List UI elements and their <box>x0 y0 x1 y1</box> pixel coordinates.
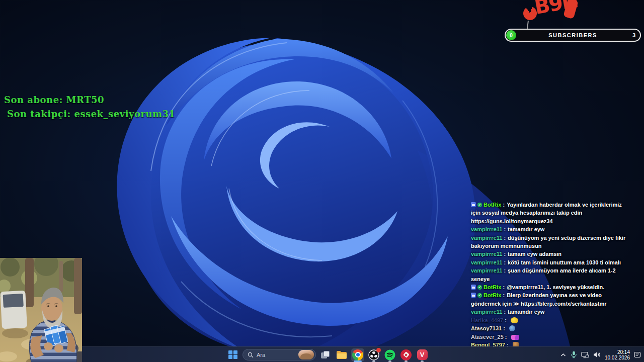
duck-emote <box>511 317 518 323</box>
bonk-graphic-wedge <box>523 7 537 20</box>
chat-username: vampirrre11 <box>471 259 502 265</box>
subscribers-goal-bar: 0 SUBSCRIBERS 3 <box>505 29 641 42</box>
subscribers-current-count: 0 <box>506 30 516 40</box>
clock-date: 10.02.2026 <box>605 355 630 360</box>
webcam-video-overlay <box>0 258 82 362</box>
search-icon <box>248 352 254 358</box>
verified-badge-icon <box>477 293 482 298</box>
chat-separator: : <box>504 259 506 265</box>
chat-username: vampirrre11 <box>471 267 502 274</box>
chat-username: BotRix <box>484 202 501 208</box>
vivaldi-icon: V <box>417 349 428 360</box>
chat-separator: : <box>505 317 507 323</box>
search-placeholder: Ara <box>257 352 295 358</box>
chat-username: BotRix <box>484 284 501 290</box>
start-button[interactable] <box>226 348 239 361</box>
chat-message: Harika_4497: <box>471 316 630 324</box>
chat-separator: : <box>503 284 505 290</box>
chat-separator: : <box>504 267 506 274</box>
chat-text: @vampirrre11, 1. seviyeye yükseldin. <box>507 284 604 290</box>
taskbar-center-group: Ara <box>226 347 429 362</box>
open-app-indicator <box>421 360 424 362</box>
chat-message: vampirrre11:şuan düşünmüyom ama ilerde a… <box>471 266 630 283</box>
vivaldi-button[interactable]: V <box>416 348 429 361</box>
chat-message: BotRix:Blerp üzerinden yayına ses ve vid… <box>471 291 630 308</box>
chat-message: vampirrre11:tamam eyw adamsın <box>471 250 630 258</box>
chat-separator: : <box>503 292 505 298</box>
chat-text: tamamdır eyw <box>508 309 544 315</box>
active-app-indicator <box>354 360 362 362</box>
taskbar-clock[interactable]: 20:14 10.02.2026 <box>605 349 630 360</box>
obs-studio-button[interactable] <box>367 348 380 361</box>
chrome-button[interactable] <box>351 348 364 361</box>
last-follower-label: Son takipçi: essek_seviyorum31 <box>7 109 176 119</box>
chat-overlay: BotRix:Yayınlardan haberdar olmak ve içe… <box>471 201 630 349</box>
clock-time: 20:14 <box>605 349 630 355</box>
verified-badge-icon <box>477 285 482 290</box>
windows-logo-icon <box>228 350 237 359</box>
hidden-icons-chevron[interactable] <box>560 352 567 357</box>
chat-username: vampirrre11 <box>471 309 502 315</box>
bot-badge-icon <box>471 285 476 290</box>
chat-separator: : <box>503 202 505 208</box>
subscribers-goal-count: 3 <box>632 32 635 38</box>
bot-badge-icon <box>471 293 476 298</box>
microphone-icon[interactable] <box>571 351 577 358</box>
chat-username: Harika_4497 <box>471 317 503 323</box>
chat-username: vampirrre11 <box>471 226 502 232</box>
search-input[interactable]: Ara <box>243 349 316 360</box>
chat-message: vampirrre11:tamamdır eyw <box>471 225 630 233</box>
chat-separator: : <box>503 325 505 331</box>
chat-separator: : <box>504 235 506 241</box>
open-app-indicator <box>405 360 408 362</box>
chat-message: BotRix:Yayınlardan haberdar olmak ve içe… <box>471 201 630 225</box>
chat-message: Atasoy7131: <box>471 324 630 332</box>
search-highlight-thumbnail[interactable] <box>298 350 314 359</box>
red-app-icon <box>400 349 412 360</box>
chat-message: Atasever_25: <box>471 333 630 341</box>
chat-username: Atasever_25 <box>471 334 504 340</box>
chat-message: vampirrre11:düşünüyom ya yeni setup dize… <box>471 234 630 250</box>
chat-text: tamam eyw adamsın <box>508 251 561 257</box>
obs-studio-icon <box>368 349 379 360</box>
chat-message: vampirrre11:kötü tam ismini unuttum ama … <box>471 258 630 266</box>
system-tray: 20:14 10.02.2026 <box>560 347 641 362</box>
chat-username: BotRix <box>484 292 501 298</box>
open-app-indicator <box>372 360 375 362</box>
chat-username: vampirrre11 <box>471 251 502 257</box>
chat-separator: : <box>504 251 506 257</box>
volume-icon[interactable] <box>593 351 601 358</box>
spotify-icon <box>384 349 395 360</box>
chat-message: BotRix:@vampirrre11, 1. seviyeye yükseld… <box>471 283 630 291</box>
spotify-button[interactable] <box>383 348 396 361</box>
notification-center-icon[interactable] <box>634 351 641 358</box>
subscribers-label: SUBSCRIBERS <box>548 32 597 38</box>
file-explorer-button[interactable] <box>335 348 348 361</box>
notification-dot <box>376 348 381 352</box>
chat-username: vampirrre11 <box>471 235 502 241</box>
chat-message: vampirrre11:tamamdır eyw <box>471 308 630 316</box>
chat-separator: : <box>504 309 506 315</box>
desktop: Son abone: MRT50 Son takipçi: essek_sevi… <box>0 0 644 362</box>
bot-badge-icon <box>471 202 476 207</box>
red-app-button[interactable] <box>399 348 413 361</box>
task-view-icon <box>321 351 330 359</box>
chat-text: tamamdır eyw <box>508 226 544 232</box>
taskbar: Ara <box>0 346 644 362</box>
task-view-button[interactable] <box>319 348 332 361</box>
chat-separator: : <box>505 334 507 340</box>
pink-emote <box>511 335 519 340</box>
network-icon[interactable] <box>581 351 589 358</box>
blue-emote <box>509 325 515 331</box>
chrome-icon <box>352 349 363 360</box>
open-app-indicator <box>388 360 391 362</box>
webcam-scene <box>0 258 82 362</box>
chat-username: Atasoy7131 <box>471 325 502 331</box>
chat-text: kötü tam ismini unuttum ama 1030 ti olma… <box>508 259 621 265</box>
file-explorer-icon <box>336 350 347 359</box>
verified-badge-icon <box>477 203 482 207</box>
chat-separator: : <box>504 226 506 232</box>
last-subscriber-label: Son abone: MRT50 <box>4 95 104 105</box>
